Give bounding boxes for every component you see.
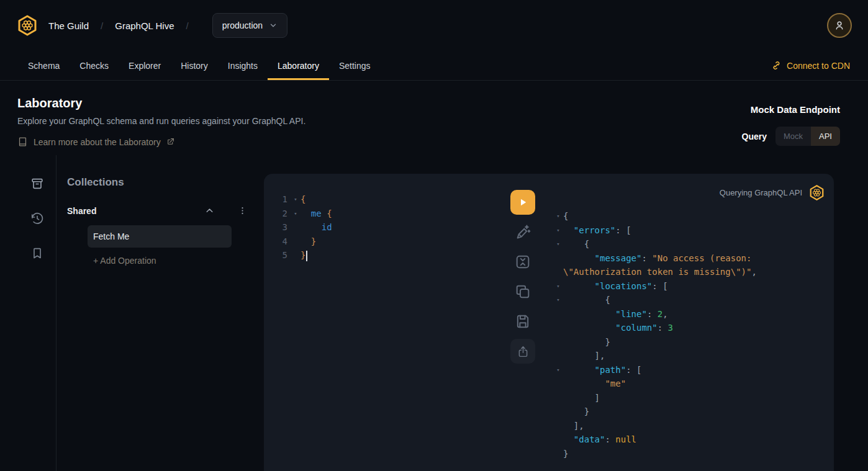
archive-icon[interactable] — [30, 177, 44, 191]
tab-checks[interactable]: Checks — [70, 51, 119, 80]
response-header: Querying GraphQL API — [720, 184, 825, 201]
toggle-option-api[interactable]: API — [811, 127, 840, 146]
hive-logo-icon — [808, 184, 825, 201]
kebab-menu-icon[interactable] — [238, 206, 247, 215]
history-icon[interactable] — [30, 212, 44, 225]
play-icon — [517, 197, 528, 208]
page-subtitle: Explore your GraphQL schema and run quer… — [17, 116, 305, 126]
endpoint-query-label: Query — [742, 132, 767, 141]
graphql-hive-laboratory-page: The Guild / GraphQL Hive / production Sc… — [0, 0, 868, 471]
prettify-icon[interactable] — [514, 223, 531, 241]
main-nav: Schema Checks Explorer History Insights … — [0, 51, 868, 81]
connect-to-cdn-label: Connect to CDN — [787, 61, 850, 71]
bookmark-icon[interactable] — [30, 246, 44, 260]
page-heading: Laboratory Explore your GraphQL schema a… — [17, 96, 305, 147]
endpoint-title: Mock Data Endpoint — [742, 104, 841, 115]
connect-to-cdn-link[interactable]: Connect to CDN — [771, 51, 850, 80]
tab-schema[interactable]: Schema — [18, 51, 70, 80]
breadcrumb-org[interactable]: The Guild — [48, 20, 89, 31]
breadcrumb-separator: / — [186, 20, 189, 31]
share-icon — [517, 345, 530, 358]
share-operation-button[interactable] — [510, 339, 535, 364]
merge-fragments-icon[interactable] — [514, 253, 531, 271]
tab-laboratory[interactable]: Laboratory — [268, 51, 329, 80]
collections-title: Collections — [67, 176, 264, 189]
external-link-icon — [166, 138, 174, 146]
page-title: Laboratory — [17, 96, 305, 110]
collection-group-label: Shared — [67, 206, 96, 216]
collections-panel: Collections Shared Fetch Me + Add Operat… — [56, 155, 264, 471]
top-header: The Guild / GraphQL Hive / production — [0, 0, 868, 51]
hive-logo-icon[interactable] — [16, 14, 38, 37]
person-icon — [833, 19, 846, 32]
target-selector-button[interactable]: production — [212, 13, 287, 38]
breadcrumb-project[interactable]: GraphQL Hive — [115, 20, 174, 31]
operation-item-fetch-me[interactable]: Fetch Me — [88, 225, 232, 248]
link-icon — [771, 60, 782, 71]
chevron-up-icon[interactable] — [204, 205, 215, 216]
endpoint-mode-toggle: Mock API — [775, 127, 840, 146]
tab-history[interactable]: History — [171, 51, 218, 80]
toggle-option-mock[interactable]: Mock — [775, 127, 811, 146]
tab-insights[interactable]: Insights — [218, 51, 268, 80]
query-editor-code[interactable]: 1▾{2▾ me {3 id4 }5} — [280, 192, 332, 262]
copy-query-icon[interactable] — [514, 283, 531, 300]
tab-explorer[interactable]: Explorer — [119, 51, 171, 80]
target-selector-value: production — [222, 20, 263, 30]
breadcrumb-separator: / — [101, 20, 103, 31]
save-operation-icon[interactable] — [514, 313, 531, 330]
mock-data-endpoint-section: Mock Data Endpoint Query Mock API — [742, 104, 841, 146]
response-status-label: Querying GraphQL API — [720, 188, 802, 197]
execute-query-button[interactable] — [510, 190, 535, 215]
user-avatar[interactable] — [827, 13, 852, 38]
response-code[interactable]: ▾{▾ "errors": [▾ { "message": "No access… — [553, 209, 757, 460]
chevron-down-icon — [269, 21, 278, 30]
learn-more-link[interactable]: Learn more about the Laboratory — [17, 137, 305, 147]
graphiql-panel: 1▾{2▾ me {3 id4 }5} Querying GraphQL API — [264, 174, 834, 471]
add-operation-button[interactable]: + Add Operation — [93, 256, 264, 266]
tab-settings[interactable]: Settings — [329, 51, 381, 80]
learn-more-label: Learn more about the Laboratory — [34, 137, 161, 147]
laboratory-sidebar-rail — [0, 155, 56, 471]
book-icon — [17, 137, 28, 147]
collection-group-row[interactable]: Shared — [67, 205, 247, 216]
